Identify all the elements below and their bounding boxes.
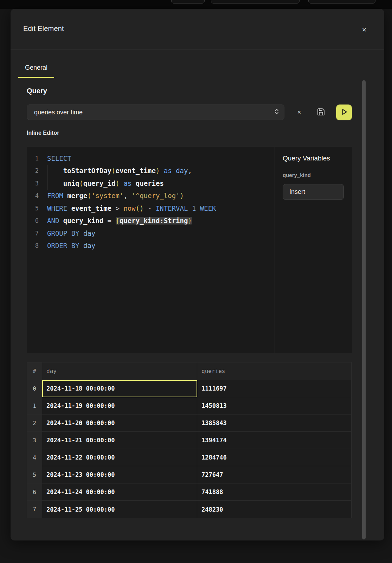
queries-cell[interactable]: 248230 [197,501,351,518]
day-cell[interactable]: 2024-11-19 00:00:00 [42,397,197,415]
code-text: AND query_kind = {query_kind:String} [39,217,192,224]
queries-cell[interactable]: 1111697 [197,380,351,397]
header-cell-day[interactable]: day [42,362,197,380]
code-line[interactable]: 4FROM merge('system', '^query_log') [27,190,275,202]
results-header-row: # day queries [27,362,351,380]
topbar [0,0,392,9]
code-lines: 1SELECT2 toStartOfDay(event_time) as day… [27,152,275,252]
modal-scrollbar[interactable] [362,80,366,539]
topbar-button[interactable] [171,0,205,4]
queries-cell[interactable]: 727647 [197,466,351,483]
table-row: 52024-11-23 00:00:00727647 [27,466,351,483]
close-button[interactable]: × [358,24,371,36]
run-query-button[interactable] [336,105,352,120]
code-line[interactable]: 3 uniq(query_id) as queries [27,177,275,190]
day-cell[interactable]: 2024-11-23 00:00:00 [42,466,197,483]
save-icon [317,108,325,117]
table-row: 62024-11-24 00:00:00741888 [27,483,351,501]
line-number: 7 [27,230,39,237]
table-row: 72024-11-25 00:00:00248230 [27,501,351,518]
day-cell[interactable]: 2024-11-25 00:00:00 [42,501,197,518]
row-index-cell[interactable]: 1 [27,397,42,415]
edit-element-modal: Edit Element × General Query queries ove… [11,9,384,540]
tab-bar: General [11,50,384,78]
query-variables-panel: Query Variables query_kind Insert [275,147,352,353]
row-index-cell[interactable]: 2 [27,415,42,432]
results-body: 02024-11-18 00:00:00111169712024-11-19 0… [27,380,351,518]
line-number: 6 [27,217,39,224]
chevron-up-down-icon [274,108,279,117]
queries-cell[interactable]: 1385843 [197,415,351,432]
row-index-cell[interactable]: 7 [27,501,42,518]
indent-guide [47,165,47,190]
queries-cell[interactable]: 1450813 [197,397,351,415]
line-number: 1 [27,155,39,162]
row-index-cell[interactable]: 3 [27,432,42,449]
clear-query-button[interactable]: × [293,106,305,118]
row-index-cell[interactable]: 0 [27,380,42,397]
code-text: SELECT [39,154,71,162]
tab-general-label: General [25,64,47,71]
inline-editor-label: Inline Editor [27,130,59,136]
line-number: 8 [27,242,39,249]
table-row: 22024-11-20 00:00:001385843 [27,415,351,432]
day-cell[interactable]: 2024-11-24 00:00:00 [42,483,197,501]
line-number: 5 [27,205,39,212]
day-cell[interactable]: 2024-11-18 00:00:00 [42,380,197,397]
queries-cell[interactable]: 1284746 [197,449,351,466]
code-line[interactable]: 8ORDER BY day [27,240,275,252]
header-cell-index[interactable]: # [27,362,42,380]
close-icon: × [362,25,367,34]
row-index-cell[interactable]: 6 [27,483,42,501]
topbar-button[interactable] [211,0,300,4]
code-text: toStartOfDay(event_time) as day, [39,167,192,175]
query-select[interactable]: queries over time [27,105,284,120]
query-variables-heading: Query Variables [283,154,330,162]
query-select-value: queries over time [34,109,274,116]
results-table: # day queries 02024-11-18 00:00:00111169… [27,362,352,518]
header-cell-queries[interactable]: queries [197,362,351,380]
code-text: FROM merge('system', '^query_log') [39,192,184,200]
code-line[interactable]: 5WHERE event_time > now() - INTERVAL 1 W… [27,202,275,215]
code-line[interactable]: 7GROUP BY day [27,227,275,240]
insert-variable-button[interactable]: Insert [283,184,344,200]
table-row: 32024-11-21 00:00:001394174 [27,432,351,449]
variable-name-label: query_kind [283,172,311,178]
row-index-cell[interactable]: 5 [27,466,42,483]
day-cell[interactable]: 2024-11-21 00:00:00 [42,432,197,449]
line-number: 2 [27,167,39,174]
sql-editor[interactable]: 1SELECT2 toStartOfDay(event_time) as day… [27,147,352,353]
queries-cell[interactable]: 741888 [197,483,351,501]
line-number: 3 [27,180,39,187]
code-text: GROUP BY day [39,229,95,237]
play-icon [340,107,349,118]
day-cell[interactable]: 2024-11-20 00:00:00 [42,415,197,432]
query-section-heading: Query [27,87,47,95]
clear-icon: × [297,108,301,116]
line-number: 4 [27,192,39,199]
day-cell[interactable]: 2024-11-22 00:00:00 [42,449,197,466]
save-query-button[interactable] [314,106,328,119]
code-text: WHERE event_time > now() - INTERVAL 1 WE… [39,204,216,212]
queries-cell[interactable]: 1394174 [197,432,351,449]
code-line[interactable]: 2 toStartOfDay(event_time) as day, [27,165,275,177]
table-row: 12024-11-19 00:00:001450813 [27,397,351,415]
topbar-button[interactable] [308,0,375,4]
code-text: uniq(query_id) as queries [39,179,164,187]
table-row: 42024-11-22 00:00:001284746 [27,449,351,466]
tab-general[interactable]: General [18,59,54,78]
code-line[interactable]: 1SELECT [27,152,275,165]
table-row: 02024-11-18 00:00:001111697 [27,380,351,397]
code-text: ORDER BY day [39,242,95,249]
code-line[interactable]: 6AND query_kind = {query_kind:String} [27,215,275,227]
modal-title: Edit Element [23,25,64,33]
row-index-cell[interactable]: 4 [27,449,42,466]
